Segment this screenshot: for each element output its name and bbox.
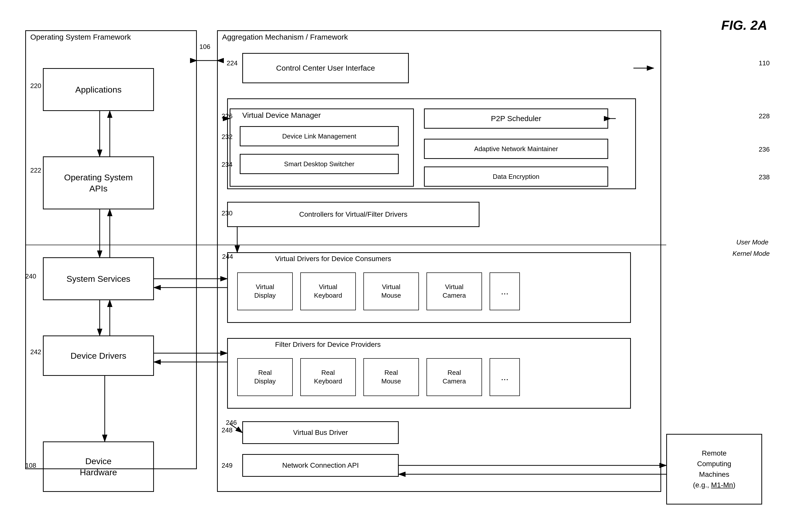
p2p-label: P2P Scheduler	[491, 114, 541, 123]
device-hardware-label: DeviceHardware	[80, 456, 117, 478]
ref-234: 234	[222, 161, 232, 169]
ref-232: 232	[222, 133, 232, 141]
ref-238: 238	[759, 173, 770, 181]
diagram-container: FIG. 2A Operating System Framework 106 2…	[10, 10, 782, 525]
nca-label: Network Connection API	[282, 461, 359, 470]
de-box: Data Encryption	[424, 167, 608, 187]
anm-label: Adaptive Network Maintainer	[474, 145, 558, 153]
vdm-label: Virtual Device Manager	[242, 111, 321, 119]
ref-108: 108	[25, 462, 36, 470]
ref-236: 236	[759, 146, 770, 153]
dlm-label: Device Link Management	[282, 132, 356, 140]
real-dots: ...	[489, 358, 520, 396]
applications-box: Applications	[43, 68, 154, 111]
rcm-label: RemoteComputingMachines(e.g., M1-Mn)	[693, 448, 735, 490]
virtual-dots: ...	[489, 272, 520, 310]
anm-box: Adaptive Network Maintainer	[424, 139, 608, 159]
os-framework-label: Operating System Framework	[30, 33, 131, 41]
real-keyboard-box: RealKeyboard	[300, 358, 356, 396]
virtual-camera-box: VirtualCamera	[427, 272, 482, 310]
dlm-box: Device Link Management	[240, 126, 399, 146]
vd-consumers-label: Virtual Drivers for Device Consumers	[275, 255, 391, 263]
nca-box: Network Connection API	[242, 454, 399, 477]
real-mouse-box: RealMouse	[363, 358, 419, 396]
p2p-box: P2P Scheduler	[424, 109, 608, 129]
ref-248: 248	[222, 426, 232, 434]
ref-246: 246	[226, 419, 237, 426]
ref-249: 249	[222, 462, 232, 470]
ccui-box: Control Center User Interface	[242, 53, 409, 83]
ref-224: 224	[227, 59, 238, 67]
device-drivers-label: Device Drivers	[70, 351, 126, 361]
virtual-keyboard-box: VirtualKeyboard	[300, 272, 356, 310]
system-services-label: System Services	[67, 274, 130, 284]
virtual-display-box: VirtualDisplay	[237, 272, 293, 310]
device-hardware-box: DeviceHardware	[43, 441, 154, 492]
vbd-box: Virtual Bus Driver	[242, 421, 399, 444]
mode-divider	[25, 245, 666, 245]
fd-providers-label: Filter Drivers for Device Providers	[275, 341, 381, 348]
ref-240: 240	[25, 272, 36, 280]
ref-242: 242	[30, 348, 41, 356]
virtual-mouse-box: VirtualMouse	[363, 272, 419, 310]
real-camera-box: RealCamera	[427, 358, 482, 396]
device-drivers-box: Device Drivers	[43, 336, 154, 376]
os-apis-label: Operating SystemAPIs	[64, 172, 133, 194]
sds-label: Smart Desktop Switcher	[284, 160, 355, 168]
vdm-box	[230, 109, 414, 187]
cvfd-label: Controllers for Virtual/Filter Drivers	[299, 210, 408, 218]
kernel-mode-label: Kernel Mode	[733, 250, 770, 258]
aggregation-label: Aggregation Mechanism / Framework	[222, 33, 348, 41]
applications-label: Applications	[75, 85, 122, 95]
user-mode-label: User Mode	[736, 239, 768, 246]
ref-228: 228	[759, 112, 770, 120]
sds-box: Smart Desktop Switcher	[240, 154, 399, 174]
ref-220: 220	[30, 82, 41, 90]
ref-110: 110	[759, 59, 770, 67]
ccui-label: Control Center User Interface	[276, 64, 375, 72]
rcm-box: RemoteComputingMachines(e.g., M1-Mn)	[666, 434, 762, 505]
system-services-box: System Services	[43, 257, 154, 300]
ref-106: 106	[199, 43, 210, 51]
os-apis-box: Operating SystemAPIs	[43, 156, 154, 209]
vbd-label: Virtual Bus Driver	[293, 429, 348, 437]
ref-222: 222	[30, 167, 41, 174]
real-display-box: RealDisplay	[237, 358, 293, 396]
figure-label: FIG. 2A	[721, 18, 767, 33]
de-label: Data Encryption	[493, 173, 540, 180]
cvfd-box: Controllers for Virtual/Filter Drivers	[227, 202, 480, 227]
